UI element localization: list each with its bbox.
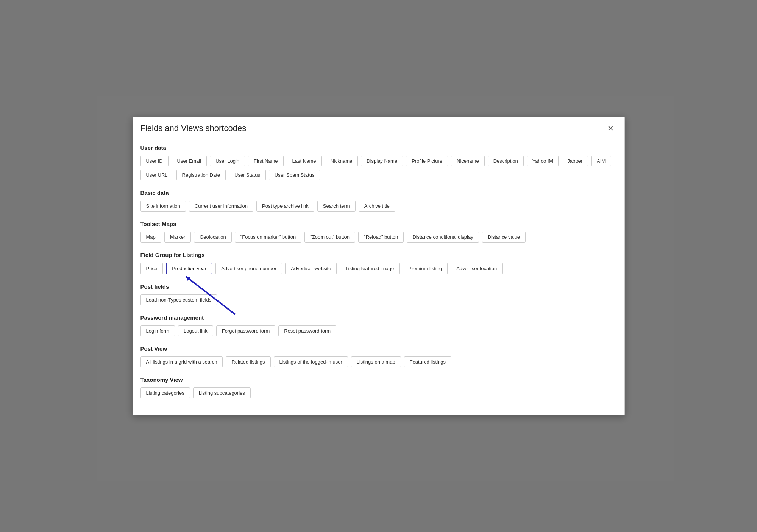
section-taxonomy-view: Taxonomy ViewListing categoriesListing s… — [140, 376, 617, 398]
btn-reload-button[interactable]: "Reload" button — [358, 232, 404, 243]
section-basic-data: Basic dataSite informationCurrent user i… — [140, 190, 617, 212]
section-title-toolset-maps: Toolset Maps — [140, 221, 617, 227]
btn-map[interactable]: Map — [140, 232, 161, 243]
modal-title: Fields and Views shortcodes — [140, 123, 247, 133]
btn-user-id[interactable]: User ID — [140, 156, 169, 166]
btn-nicename[interactable]: Nicename — [451, 156, 485, 166]
modal-close-button[interactable]: ✕ — [604, 123, 617, 134]
btn-user-spam-status[interactable]: User Spam Status — [269, 170, 320, 180]
section-toolset-maps: Toolset MapsMapMarkerGeolocation"Focus o… — [140, 221, 617, 243]
btn-yahoo-im[interactable]: Yahoo IM — [527, 156, 559, 166]
btn-nickname[interactable]: Nickname — [325, 156, 358, 166]
section-user-data: User dataUser IDUser EmailUser LoginFirs… — [140, 145, 617, 180]
section-title-password-management: Password management — [140, 314, 617, 321]
btn-group-taxonomy-view: Listing categoriesListing subcategories — [140, 387, 617, 398]
btn-first-name[interactable]: First Name — [248, 156, 284, 166]
btn-current-user-information[interactable]: Current user information — [189, 201, 253, 212]
btn-post-type-archive-link[interactable]: Post type archive link — [256, 201, 314, 212]
btn-price[interactable]: Price — [140, 263, 163, 274]
btn-listings-of-the-logged-in-user[interactable]: Listings of the logged-in user — [274, 356, 348, 367]
btn-display-name[interactable]: Display Name — [361, 156, 403, 166]
btn-marker[interactable]: Marker — [164, 232, 191, 243]
btn-premium-listing[interactable]: Premium listing — [403, 263, 448, 274]
btn-load-non-types-custom-fields[interactable]: Load non-Types custom fields — [140, 294, 217, 305]
btn-site-information[interactable]: Site information — [140, 201, 186, 212]
btn-featured-listings[interactable]: Featured listings — [404, 356, 451, 367]
btn-listing-subcategories[interactable]: Listing subcategories — [193, 387, 251, 398]
btn-group-basic-data: Site informationCurrent user information… — [140, 201, 617, 212]
btn-description[interactable]: Description — [488, 156, 524, 166]
section-password-management: Password managementLogin formLogout link… — [140, 314, 617, 336]
btn-related-listings[interactable]: Related listings — [226, 356, 270, 367]
section-field-group-listings: Field Group for ListingsPriceProduction … — [140, 252, 617, 274]
btn-group-password-management: Login formLogout linkForgot password for… — [140, 325, 617, 336]
btn-user-email[interactable]: User Email — [172, 156, 207, 166]
btn-advertiser-phone-number[interactable]: Advertiser phone number — [215, 263, 282, 274]
btn-logout-link[interactable]: Logout link — [178, 325, 213, 336]
modal: Fields and Views shortcodes ✕ User dataU… — [133, 117, 625, 415]
btn-group-field-group-listings: PriceProduction yearAdvertiser phone num… — [140, 263, 617, 274]
section-title-post-fields: Post fields — [140, 283, 617, 290]
btn-advertiser-website[interactable]: Advertiser website — [285, 263, 337, 274]
btn-jabber[interactable]: Jabber — [562, 156, 588, 166]
btn-group-user-data: User IDUser EmailUser LoginFirst NameLas… — [140, 156, 617, 180]
btn-production-year[interactable]: Production year — [166, 263, 212, 274]
btn-group-post-fields: Load non-Types custom fields — [140, 294, 617, 305]
btn-listing-categories[interactable]: Listing categories — [140, 387, 190, 398]
btn-listing-featured-image[interactable]: Listing featured image — [340, 263, 400, 274]
btn-distance-value[interactable]: Distance value — [482, 232, 526, 243]
btn-group-toolset-maps: MapMarkerGeolocation"Focus on marker" bu… — [140, 232, 617, 243]
btn-user-status[interactable]: User Status — [229, 170, 266, 180]
btn-user-url[interactable]: User URL — [140, 170, 173, 180]
section-post-view: Post ViewAll listings in a grid with a s… — [140, 345, 617, 367]
btn-forgot-password-form[interactable]: Forgot password form — [216, 325, 275, 336]
modal-header: Fields and Views shortcodes ✕ — [133, 117, 624, 138]
btn-focus-on-marker-button[interactable]: "Focus on marker" button — [235, 232, 302, 243]
btn-last-name[interactable]: Last Name — [287, 156, 322, 166]
section-title-user-data: User data — [140, 145, 617, 151]
btn-search-term[interactable]: Search term — [317, 201, 356, 212]
section-title-taxonomy-view: Taxonomy View — [140, 376, 617, 383]
section-post-fields: Post fieldsLoad non-Types custom fields — [140, 283, 617, 305]
btn-geolocation[interactable]: Geolocation — [194, 232, 231, 243]
modal-body: User dataUser IDUser EmailUser LoginFirs… — [133, 138, 624, 415]
modal-overlay: Fields and Views shortcodes ✕ User dataU… — [0, 0, 757, 532]
btn-aim[interactable]: AIM — [591, 156, 611, 166]
btn-all-listings-in-a-grid-with-a-search[interactable]: All listings in a grid with a search — [140, 356, 223, 367]
btn-advertiser-location[interactable]: Advertiser location — [451, 263, 503, 274]
btn-zoom-out-button[interactable]: "Zoom out" button — [304, 232, 355, 243]
btn-listings-on-a-map[interactable]: Listings on a map — [351, 356, 401, 367]
btn-group-post-view: All listings in a grid with a searchRela… — [140, 356, 617, 367]
btn-reset-password-form[interactable]: Reset password form — [278, 325, 336, 336]
btn-login-form[interactable]: Login form — [140, 325, 175, 336]
btn-registration-date[interactable]: Registration Date — [176, 170, 226, 180]
btn-profile-picture[interactable]: Profile Picture — [406, 156, 448, 166]
section-title-basic-data: Basic data — [140, 190, 617, 196]
section-title-post-view: Post View — [140, 345, 617, 352]
section-title-field-group-listings: Field Group for Listings — [140, 252, 617, 258]
btn-user-login[interactable]: User Login — [210, 156, 245, 166]
btn-distance-conditional-display[interactable]: Distance conditional display — [407, 232, 479, 243]
btn-archive-title[interactable]: Archive title — [359, 201, 395, 212]
